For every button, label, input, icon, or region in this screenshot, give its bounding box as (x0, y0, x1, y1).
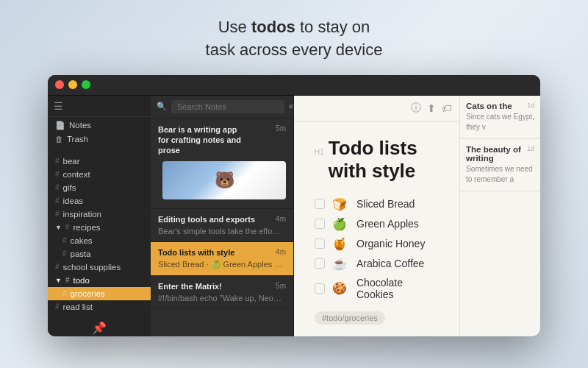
chevron-down-icon: ▼ (55, 224, 62, 231)
hash-icon-12: # (55, 302, 60, 311)
headline-suffix: to stay on (300, 18, 370, 36)
search-bar: 🔍 ✏ (151, 96, 293, 118)
note-time-2: 4m (276, 215, 286, 223)
todo-text-3: Organic Honey (356, 238, 425, 250)
todo-item-1: 🍞 Sliced Bread (315, 197, 439, 211)
todo-item-2: 🍏 Green Apples (315, 217, 439, 231)
todo-emoji-5: 🍪 (332, 281, 347, 295)
sidebar-item-school[interactable]: # school supplies (48, 261, 151, 274)
right-note-title-1: Cats on the (466, 102, 512, 110)
note-time-1: 5m (276, 124, 286, 132)
sidebar-item-bear[interactable]: # bear (48, 155, 151, 168)
hash-icon-10: # (65, 276, 70, 284)
tag-chip[interactable]: #todo/groceries (315, 311, 385, 325)
todo-list: 🍞 Sliced Bread 🍏 Green Apples 🍯 Organic … (315, 197, 439, 300)
info-icon[interactable]: ⓘ (411, 102, 421, 115)
sidebar-item-trash[interactable]: 🗑 Trash (48, 132, 151, 146)
todo-text-5: Chocolate Cookies (356, 277, 439, 300)
sidebar-item-groceries[interactable]: # groceries (48, 287, 151, 300)
note-meta-2: Editing tools and exports 4m (158, 215, 286, 225)
note-heading: Todo lists with style (329, 137, 439, 183)
todo-checkbox-5[interactable] (315, 283, 325, 294)
note-time-4: 5m (276, 282, 286, 290)
right-note-1[interactable]: Cats on the 1d Since cats we Egypt, they… (460, 96, 540, 139)
maximize-button[interactable] (82, 80, 90, 89)
sidebar-item-inspiration[interactable]: # inspiration (48, 208, 151, 221)
title-bar (48, 75, 540, 96)
todo-emoji-4: ☕ (332, 257, 347, 271)
headline-line2: task across every device (206, 39, 383, 62)
notes-list: 🔍 ✏ Bear is a writing app for crafting n… (151, 96, 294, 336)
todo-emoji-1: 🍞 (332, 197, 347, 211)
sidebar-tags: # bear # context # gifs # ideas # insp (48, 153, 151, 315)
note-meta-4: Enter the Matrix! 5m (158, 282, 286, 292)
bottom-bar: 📌 Pin (48, 315, 151, 336)
note-view: ⓘ ⬆ 🏷 H1 Todo lists with style 🍞 Sliced … (294, 96, 459, 336)
app-window: ☰ 📄 Notes 🗑 Trash # bear # (48, 75, 540, 336)
close-button[interactable] (55, 80, 64, 89)
todo-checkbox-2[interactable] (315, 219, 325, 229)
headline-line1: Use todos to stay on (206, 16, 383, 39)
note-title-2: Editing tools and exports (158, 215, 255, 224)
sidebar-item-ideas[interactable]: # ideas (48, 194, 151, 208)
todo-checkbox-3[interactable] (315, 238, 325, 249)
share-icon[interactable]: ⬆ (427, 102, 436, 114)
note-title-3: Todo lists with style (158, 248, 234, 257)
traffic-lights (55, 80, 90, 89)
compose-button[interactable]: ✏ (289, 101, 294, 113)
note-preview-4: #!/bin/bash echo "Wake up, Neo..." sleep… (158, 294, 283, 302)
hash-icon-7: # (62, 236, 67, 244)
hash-icon-3: # (55, 183, 60, 191)
right-panel: Cats on the 1d Since cats we Egypt, they… (459, 96, 540, 336)
sidebar-item-readlist[interactable]: # read list (48, 300, 151, 314)
bear-dog-image: 🐻 (162, 161, 286, 199)
sidebar-item-todo[interactable]: ▼ # todo (48, 274, 151, 287)
sidebar-item-pasta[interactable]: # pasta (48, 247, 151, 261)
note-preview-2: Bear's simple tools take the effort out … (158, 227, 283, 236)
hash-icon-9: # (55, 263, 60, 271)
tag-area: #todo/groceries (315, 311, 439, 325)
right-note-2[interactable]: The beauty of writing 1d Sometimes we ne… (460, 139, 540, 191)
note-item-3[interactable]: Todo lists with style 4m Sliced Bread · … (151, 242, 293, 276)
right-time-2: 1d (527, 145, 534, 164)
hash-icon-8: # (62, 250, 67, 258)
right-note-preview-2: Sometimes we need to remember a (466, 164, 534, 185)
search-input[interactable] (171, 100, 284, 113)
todo-checkbox-4[interactable] (315, 258, 325, 269)
todo-text-1: Sliced Bread (356, 198, 415, 210)
notes-label: Notes (69, 121, 91, 130)
sidebar-item-context[interactable]: # context (48, 168, 151, 181)
sidebar-item-recipes[interactable]: ▼ # recipes (48, 221, 151, 234)
note-item-4[interactable]: Enter the Matrix! 5m #!/bin/bash echo "W… (151, 276, 293, 309)
todo-emoji-2: 🍏 (332, 217, 347, 231)
hash-icon: # (55, 157, 60, 165)
sidebar-item-notes[interactable]: 📄 Notes (48, 118, 151, 132)
note-content: H1 Todo lists with style 🍞 Sliced Bread … (294, 122, 459, 336)
trash-label: Trash (67, 135, 88, 144)
hash-icon-6: # (65, 223, 70, 231)
note-item-1[interactable]: Bear is a writing app for crafting notes… (151, 118, 293, 210)
sidebar-item-gifs[interactable]: # gifs (48, 181, 151, 194)
sidebar-header: ☰ (48, 96, 151, 117)
trash-icon: 🗑 (55, 135, 63, 144)
hash-icon-2: # (55, 170, 60, 178)
search-icon: 🔍 (157, 102, 167, 111)
minimize-button[interactable] (68, 80, 77, 89)
note-toolbar: ⓘ ⬆ 🏷 (294, 96, 459, 122)
todo-checkbox-1[interactable] (315, 199, 325, 209)
todo-text-4: Arabica Coffee (356, 258, 424, 269)
right-time-1: 1d (527, 102, 534, 112)
notes-icon: 📄 (55, 121, 65, 130)
note-item-2[interactable]: Editing tools and exports 4m Bear's simp… (151, 209, 293, 242)
pin-action[interactable]: 📌 Pin (92, 321, 107, 336)
pin-icon: 📌 (92, 321, 107, 335)
headline-bold: todos (251, 18, 295, 36)
hash-icon-11: # (62, 289, 67, 297)
tag-icon[interactable]: 🏷 (442, 102, 452, 114)
hash-icon-4: # (55, 197, 60, 205)
todo-text-2: Green Apples (356, 218, 419, 230)
headline-area: Use todos to stay on task across every d… (206, 0, 383, 75)
sidebar-item-cakes[interactable]: # cakes (48, 234, 151, 247)
h1-label: H1 (315, 148, 324, 156)
note-time-3: 4m (276, 248, 286, 256)
